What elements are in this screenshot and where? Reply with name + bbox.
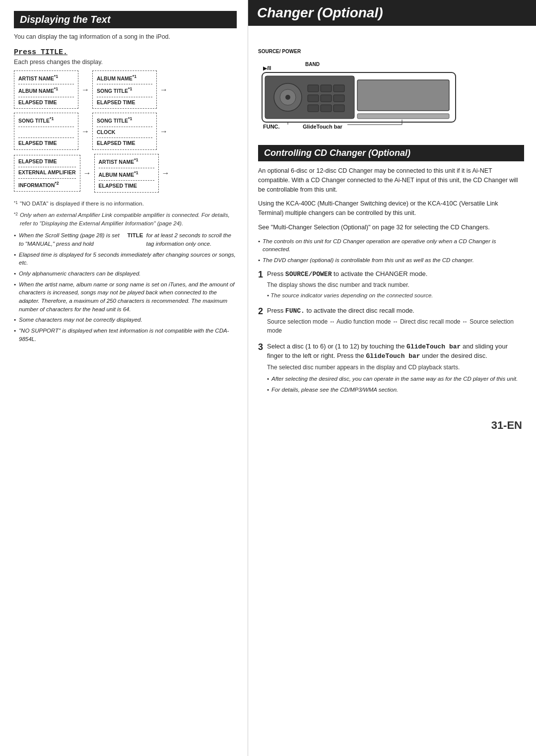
section2-header: Controlling CD Changer (Optional) xyxy=(258,145,524,161)
bullet-4: When the artist name, album name or song… xyxy=(14,280,237,314)
step-3-num: 3 xyxy=(258,342,263,396)
svg-rect-11 xyxy=(334,85,344,92)
svg-rect-13 xyxy=(321,95,332,102)
arrow-4: → xyxy=(160,127,168,136)
box2-line3: ELAPSED TIME xyxy=(97,97,152,107)
bullet-2: Elapsed time is displayed for 5 seconds … xyxy=(14,251,237,267)
step-list: 1 Press SOURCE/POWER to activate the CHA… xyxy=(258,270,524,397)
svg-rect-12 xyxy=(308,95,319,102)
display-row-3: ELAPSED TIME EXTERNAL AMPLIFIER INFORMAT… xyxy=(14,154,237,192)
press-title-text: Press TITLE. xyxy=(14,48,67,57)
step-1: 1 Press SOURCE/POWER to activate the CHA… xyxy=(258,270,524,300)
section2-title-text: Controlling CD Changer (Optional) xyxy=(264,148,410,158)
step-1-note: • The source indicator varies depending … xyxy=(267,291,433,299)
left-section-header: Displaying the Text xyxy=(14,11,237,28)
note-1-star: *1 xyxy=(14,200,18,208)
step-3-content: Select a disc (1 to 6) or (1 to 12) by t… xyxy=(267,342,524,396)
svg-point-8 xyxy=(285,95,290,100)
page-footer: 31-EN xyxy=(248,414,536,437)
left-intro: You can display the tag information of a… xyxy=(14,33,237,40)
svg-rect-5 xyxy=(357,114,449,119)
svg-rect-14 xyxy=(334,95,344,102)
press-sub: Each press changes the display. xyxy=(14,59,237,66)
step-3-keyword-1: GlideTouch bar xyxy=(406,343,461,350)
right-bullets: The controls on this unit for CD Changer… xyxy=(258,237,524,265)
step-1-content: Press SOURCE/POWER to activate the CHANG… xyxy=(267,270,433,300)
arrow-6: → xyxy=(162,169,170,178)
box1-line2: ALBUM NAME*1 xyxy=(18,84,74,95)
box3-line2 xyxy=(18,127,74,137)
box3-line3: ELAPSED TIME xyxy=(18,137,74,147)
svg-rect-15 xyxy=(308,105,319,112)
svg-rect-4 xyxy=(357,80,449,111)
box4-line2: CLOCK xyxy=(97,127,152,137)
box6-line1: ARTIST NAME*1 xyxy=(99,156,154,166)
display-box-3: SONG TITLE*1 ELAPSED TIME xyxy=(14,113,78,150)
device-diagram: SOURCE/ POWER ▶/II BAND xyxy=(258,49,524,136)
display-sequence: ARTIST NAME*1 ALBUM NAME*1 ELAPSED TIME … xyxy=(14,70,237,193)
display-row-1: ARTIST NAME*1 ALBUM NAME*1 ELAPSED TIME … xyxy=(14,70,237,109)
intro-para-3: See "Multi-Changer Selection (Optional)"… xyxy=(258,223,524,232)
left-section-title: Displaying the Text xyxy=(20,14,111,25)
box5-line2: EXTERNAL AMPLIFIER xyxy=(18,167,76,177)
step-2-keyword: FUNC. xyxy=(285,307,305,315)
left-column: Displaying the Text You can display the … xyxy=(0,0,248,756)
box4-line1: SONG TITLE*1 xyxy=(97,115,152,125)
step-3: 3 Select a disc (1 to 6) or (1 to 12) by… xyxy=(258,342,524,396)
arrow-1: → xyxy=(81,85,89,94)
step-2-content: Press FUNC. to activate the direct disc … xyxy=(267,306,524,335)
step-3-bullet-1: After selecting the desired disc, you ca… xyxy=(267,375,524,383)
step-2-num: 2 xyxy=(258,306,263,335)
svg-rect-10 xyxy=(321,85,332,92)
svg-text:FUNC.: FUNC. xyxy=(263,124,280,130)
display-box-1: ARTIST NAME*1 ALBUM NAME*1 ELAPSED TIME xyxy=(14,70,78,109)
svg-rect-16 xyxy=(321,105,332,112)
bullet-6: "NO SUPPORT" is displayed when text info… xyxy=(14,327,237,343)
step-2-desc: Source selection mode ↔ Audio function m… xyxy=(267,318,524,335)
right-main-title: Changer (Optional) xyxy=(248,0,536,26)
right-bullet-2: The DVD changer (optional) is controllab… xyxy=(258,256,524,265)
bullet-3: Only alphanumeric characters can be disp… xyxy=(14,270,237,278)
page-number: 31-EN xyxy=(491,419,522,431)
right-col-inner: SOURCE/ POWER ▶/II BAND xyxy=(248,33,536,414)
svg-rect-9 xyxy=(308,85,319,92)
bullet-5: Some characters may not be correctly dis… xyxy=(14,316,237,324)
step-1-title: Press SOURCE/POWER to activate the CHANG… xyxy=(267,270,433,279)
bullet-list: When the Scroll Setting (page 28) is set… xyxy=(14,231,237,343)
note-1-text: "NO DATA" is displayed if there is no in… xyxy=(20,200,144,208)
display-box-5: ELAPSED TIME EXTERNAL AMPLIFIER INFORMAT… xyxy=(14,155,80,192)
box2-line2: SONG TITLE*1 xyxy=(97,84,152,95)
box5-line1: ELAPSED TIME xyxy=(18,157,76,166)
note-2-text: Only when an external Amplifier Link com… xyxy=(20,211,237,227)
box4-line3: ELAPSED TIME xyxy=(97,137,152,147)
box3-line1: SONG TITLE*1 xyxy=(18,115,74,125)
right-bullet-1: The controls on this unit for CD Changer… xyxy=(258,237,524,254)
step-3-bullets: After selecting the desired disc, you ca… xyxy=(267,375,524,394)
step-3-bullet-2: For details, please see the CD/MP3/WMA s… xyxy=(267,386,524,394)
press-title-header: Press TITLE. xyxy=(14,47,237,57)
step-1-num: 1 xyxy=(258,270,263,300)
box1-line1: ARTIST NAME*1 xyxy=(18,73,74,82)
bullet-1: When the Scroll Setting (page 28) is set… xyxy=(14,231,237,248)
notes-section: *1 "NO DATA" is displayed if there is no… xyxy=(14,200,237,228)
arrow-2: → xyxy=(160,85,168,94)
svg-rect-17 xyxy=(334,105,344,112)
box1-line3: ELAPSED TIME xyxy=(18,97,74,107)
arrow-3: → xyxy=(81,127,89,136)
step-1-keyword: SOURCE/POWER xyxy=(285,271,332,278)
intro-para-1: An optional 6-disc or 12-disc CD Changer… xyxy=(258,166,524,194)
box6-line2: ALBUM NAME*1 xyxy=(99,168,154,179)
device-svg: ▶/II BAND xyxy=(258,55,471,135)
note-2-star: *2 xyxy=(14,211,18,227)
step-2-title: Press FUNC. to activate the direct disc … xyxy=(267,306,524,316)
note-1: *1 "NO DATA" is displayed if there is no… xyxy=(14,200,237,208)
box2-line1: ALBUM NAME*1 xyxy=(97,73,152,82)
intro-para-2: Using the KCA-400C (Multi-Changer Switch… xyxy=(258,199,524,218)
svg-text:▶/II: ▶/II xyxy=(263,66,271,71)
display-box-4: SONG TITLE*1 CLOCK ELAPSED TIME xyxy=(92,113,157,150)
display-row-2: SONG TITLE*1 ELAPSED TIME → SONG TITLE*1… xyxy=(14,113,237,150)
source-power-label: SOURCE/ POWER xyxy=(258,49,524,54)
box6-line3: ELAPSED TIME xyxy=(99,180,154,190)
display-box-6: ARTIST NAME*1 ALBUM NAME*1 ELAPSED TIME xyxy=(94,154,159,192)
right-column: Changer (Optional) SOURCE/ POWER ▶/II BA… xyxy=(248,0,536,756)
